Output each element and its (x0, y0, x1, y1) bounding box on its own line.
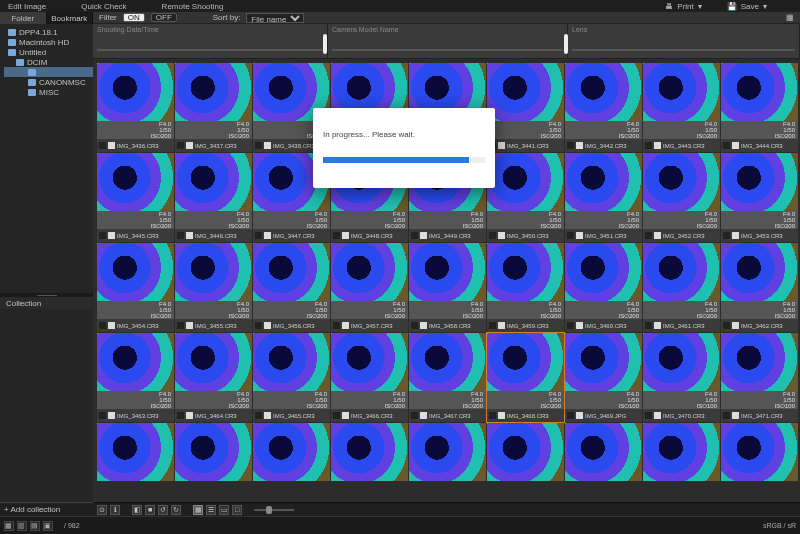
zoom-fit-button[interactable]: ⊙ (97, 505, 107, 515)
thumbnail[interactable]: F4.01/50ISO200 (487, 423, 564, 481)
thumbnail[interactable]: F4.01/50ISO200IMG_3451.CR3 (565, 153, 642, 242)
thumbnail[interactable]: F4.01/50ISO200IMG_3442.CR3 (565, 63, 642, 152)
view-large-button[interactable]: ▭ (219, 505, 229, 515)
tab-folder[interactable]: Folder (0, 12, 47, 24)
thumbnail[interactable]: F4.01/50ISO200IMG_3452.CR3 (643, 153, 720, 242)
rotate-left-button[interactable]: ↺ (158, 505, 168, 515)
thumbnail[interactable]: F4.01/50ISO200 (409, 423, 486, 481)
thumbnail[interactable]: F4.01/50ISO200IMG_3462.CR3 (721, 243, 798, 332)
thumbnail[interactable]: F4.01/50ISO200IMG_3453.CR3 (721, 153, 798, 242)
sort-col-camera[interactable]: Camera Model Name (328, 24, 568, 58)
thumbnail[interactable]: F4.01/50ISO200IMG_3466.CR3 (331, 333, 408, 422)
thumbnail[interactable]: F4.01/50ISO200IMG_3441.CR3 (487, 63, 564, 152)
view-single-button[interactable]: □ (232, 505, 242, 515)
view-list-button[interactable]: ☰ (206, 505, 216, 515)
thumbnail[interactable]: F4.01/50ISO200IMG_3459.CR3 (487, 243, 564, 332)
thumbnail-image (487, 423, 564, 481)
thumbnail[interactable]: F4.01/50ISO200IMG_3445.CR3 (97, 153, 174, 242)
thumbnail[interactable]: F4.01/50ISO200IMG_3465.CR3 (253, 333, 330, 422)
thumbnail[interactable]: F4.01/50ISO200IMG_3464.CR3 (175, 333, 252, 422)
statusbar: ▦ ▥ ▤ ▣ / 982 sRGB / sR (0, 516, 800, 534)
thumb-size-slider[interactable] (254, 509, 294, 511)
tree-item[interactable]: CANONMSC (4, 77, 93, 87)
thumbnail[interactable]: F4.01/50ISO200IMG_3460.CR3 (565, 243, 642, 332)
thumbnail[interactable]: F4.01/50ISO200 (643, 423, 720, 481)
thumbnail-image (643, 63, 720, 121)
thumbnail-image (253, 333, 330, 391)
thumbnail[interactable]: F4.01/50ISO200IMG_3458.CR3 (409, 243, 486, 332)
tree-item[interactable]: DPP4.18.1 (4, 27, 93, 37)
print-button[interactable]: 🖶Print▾ (665, 2, 701, 11)
thumbnail[interactable]: F4.01/50ISO200IMG_3444.CR3 (721, 63, 798, 152)
thumbnail-image (175, 153, 252, 211)
thumbnail-image (721, 423, 798, 481)
thumbnail-image (409, 243, 486, 301)
thumbnail-image (409, 423, 486, 481)
thumbnail[interactable]: F4.01/50ISO200IMG_3457.CR3 (331, 243, 408, 332)
thumbnail[interactable]: F4.01/50ISO200IMG_3450.CR3 (487, 153, 564, 242)
thumbnail[interactable]: F4.01/50ISO200IMG_3437.CR3 (175, 63, 252, 152)
tab-bookmark[interactable]: Bookmark (47, 12, 94, 24)
thumbnail[interactable]: F4.01/50ISO100IMG_3469.JPG (565, 333, 642, 422)
thumbnail-image (331, 333, 408, 391)
tree-item[interactable]: Untitled (4, 47, 93, 57)
thumbnail[interactable]: F4.01/50ISO200IMG_3468.CR3 (487, 333, 564, 422)
menubar: Edit Image Quick Check Remote Shooting 🖶… (0, 0, 800, 12)
thumbnail[interactable]: F4.01/50ISO200 (331, 423, 408, 481)
thumbnail[interactable]: F4.01/50ISO200IMG_3454.CR3 (97, 243, 174, 332)
thumbnail-image (487, 63, 564, 121)
thumbnail[interactable]: F4.01/50ISO200IMG_3456.CR3 (253, 243, 330, 332)
tree-item[interactable] (4, 67, 93, 77)
filter-on-button[interactable]: ON (123, 13, 145, 22)
menu-edit-image[interactable]: Edit Image (8, 2, 46, 11)
menu-quick-check[interactable]: Quick Check (81, 2, 126, 11)
view-mode-1-button[interactable]: ▦ (4, 521, 14, 531)
sortby-select[interactable]: File name (246, 13, 304, 23)
thumbnail[interactable]: F4.01/50ISO200IMG_3436.CR3 (97, 63, 174, 152)
thumbnail[interactable]: F4.01/50ISO200IMG_3461.CR3 (643, 243, 720, 332)
view-mode-4-button[interactable]: ▣ (43, 521, 53, 531)
sort-histogram: Shooting Date/Time Camera Model Name Len… (93, 24, 800, 59)
thumbnail[interactable]: F4.01/50ISO100IMG_3470.CR3 (643, 333, 720, 422)
thumbnail[interactable]: F4.01/50ISO200IMG_3443.CR3 (643, 63, 720, 152)
thumbnail[interactable]: F4.01/50ISO200IMG_3463.CR3 (97, 333, 174, 422)
save-icon: 💾 (727, 2, 737, 11)
info-button[interactable]: ℹ (110, 505, 120, 515)
rotate-right-button[interactable]: ↻ (171, 505, 181, 515)
thumbnail-image (487, 243, 564, 301)
thumbnail[interactable]: F4.01/50ISO200IMG_3467.CR3 (409, 333, 486, 422)
tree-item[interactable]: DCIM (4, 57, 93, 67)
thumbnail-image (643, 333, 720, 391)
filter-off-button[interactable]: OFF (151, 13, 177, 22)
thumbnail[interactable]: F4.01/50ISO200 (253, 423, 330, 481)
view-mode-3-button[interactable]: ▤ (30, 521, 40, 531)
tree-item[interactable]: Macintosh HD (4, 37, 93, 47)
save-button[interactable]: 💾Save▾ (727, 2, 767, 11)
thumbnail[interactable]: F4.01/50ISO200IMG_3446.CR3 (175, 153, 252, 242)
view-grid-button[interactable]: ▦ (193, 505, 203, 515)
select-none-button[interactable]: ■ (145, 505, 155, 515)
thumbnail[interactable]: F4.01/50ISO200 (721, 423, 798, 481)
thumbnail-image (331, 243, 408, 301)
thumbnail-image (97, 423, 174, 481)
sort-col-lens[interactable]: Lens (568, 24, 800, 58)
thumbnail-image (97, 153, 174, 211)
thumbnail-image (253, 243, 330, 301)
sort-col-date[interactable]: Shooting Date/Time (93, 24, 328, 58)
tree-item[interactable]: MISC (4, 87, 93, 97)
thumbnail-image (175, 63, 252, 121)
thumbnail[interactable]: F4.01/50ISO200 (565, 423, 642, 481)
view-mode-2-button[interactable]: ▥ (17, 521, 27, 531)
thumb-size-icon[interactable]: ▦ (786, 13, 794, 22)
select-all-button[interactable]: ◧ (132, 505, 142, 515)
thumbnail[interactable]: F4.01/50ISO200IMG_3455.CR3 (175, 243, 252, 332)
collection-header: Collection (0, 297, 93, 309)
thumbnail[interactable]: F4.01/50ISO200 (97, 423, 174, 481)
thumbnail[interactable]: F4.01/50ISO200 (175, 423, 252, 481)
thumbnail-image (409, 333, 486, 391)
thumbnail-image (643, 243, 720, 301)
thumbnail-image (565, 243, 642, 301)
add-collection-button[interactable]: + Add collection (0, 502, 93, 516)
thumbnail[interactable]: F4.01/50ISO100IMG_3471.CR3 (721, 333, 798, 422)
menu-remote-shooting[interactable]: Remote Shooting (162, 2, 224, 11)
